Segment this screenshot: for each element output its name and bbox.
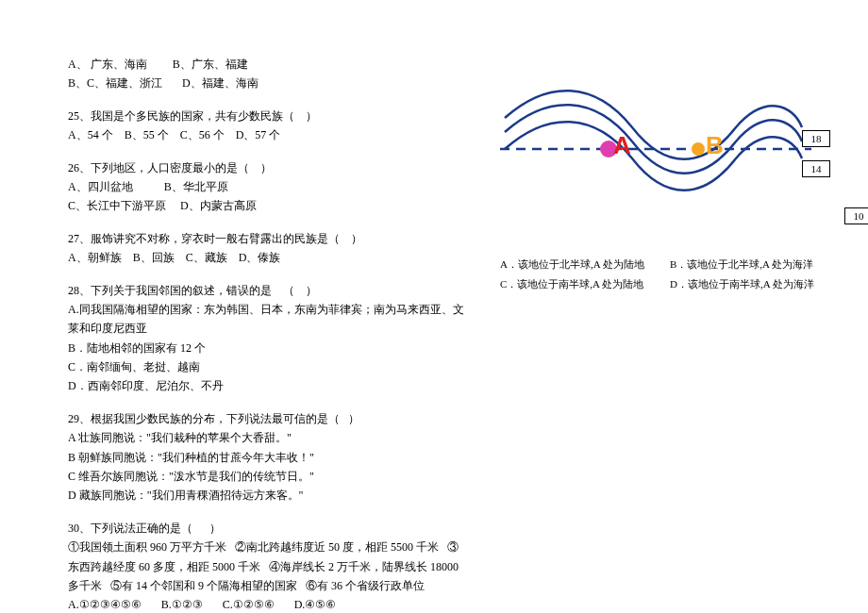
- question-38-options: A．该地位于北半球,A 处为陆地 B．该地位于北半球,A 处为海洋 C．该地位于…: [500, 255, 840, 294]
- options: A、朝鲜族 B、回族 C、藏族 D、傣族: [68, 248, 464, 267]
- stem: 25、我国是个多民族的国家，共有少数民族（ ）: [68, 107, 464, 125]
- text: A、 广东、海南 B、广东、福建: [68, 55, 464, 74]
- option-d: D．西南邻印度、尼泊尔、不丹: [68, 376, 464, 395]
- option-c: C．该地位于南半球,A 处为陆地: [500, 274, 670, 294]
- options: C、长江中下游平原 D、内蒙古高原: [68, 196, 464, 215]
- option-b: B．陆地相邻的国家有 12 个: [68, 339, 464, 357]
- stem: 27、服饰讲究不对称，穿衣时一般右臂露出的民族是（ ）: [68, 229, 464, 248]
- marker-a-label: A: [613, 131, 631, 159]
- option-a: A．该地位于北半球,A 处为陆地: [500, 255, 670, 274]
- question-28: 28、下列关于我国邻国的叙述，错误的是 （ ） A.同我国隔海相望的国家：东为韩…: [68, 281, 464, 396]
- stem: 30、下列说法正确的是（ ）: [68, 519, 464, 538]
- question-column: A、 广东、海南 B、广东、福建 B、C、福建、浙江 D、福建、海南 25、我国…: [68, 55, 464, 613]
- option-a: A.同我国隔海相望的国家：东为韩国、日本，东南为菲律宾；南为马来西亚、文莱和印度…: [68, 300, 464, 339]
- marker-b-label: B: [706, 131, 724, 159]
- prev-question-options: A、 广东、海南 B、广东、福建 B、C、福建、浙江 D、福建、海南: [68, 55, 464, 93]
- stem: 28、下列关于我国邻国的叙述，错误的是 （ ）: [68, 281, 464, 300]
- text: B、C、福建、浙江 D、福建、海南: [68, 74, 464, 92]
- options: A、54 个 B、55 个 C、56 个 D、57 个: [68, 125, 464, 144]
- isotherm-svg: A B: [500, 75, 811, 226]
- body: ①我国领土面积 960 万平方千米 ②南北跨越纬度近 50 度，相距 5500 …: [68, 538, 464, 595]
- option-b: B．该地位于北半球,A 处为海洋: [670, 255, 840, 274]
- isotherm-label-10: 10: [844, 207, 868, 224]
- option-a: A 壮族同胞说："我们栽种的苹果个大香甜。": [68, 428, 464, 447]
- question-29: 29、根据我国少数民族的分布，下列说法最可信的是（ ） A 壮族同胞说："我们栽…: [68, 409, 464, 505]
- isotherm-label-14: 14: [802, 160, 830, 177]
- isotherm-figure: A B 18 14 10 A．该地位于北半球,A 处为陆地 B．该地位于北半球,…: [500, 75, 840, 294]
- stem: 29、根据我国少数民族的分布，下列说法最可信的是（ ）: [68, 409, 464, 428]
- question-30: 30、下列说法正确的是（ ） ①我国领土面积 960 万平方千米 ②南北跨越纬度…: [68, 519, 464, 613]
- options: A.①②③④⑤⑥ B.①②③ C.①②⑤⑥ D.④⑤⑥: [68, 595, 464, 613]
- option-d: D．该地位于南半球,A 处为海洋: [670, 274, 840, 294]
- isotherm-label-18: 18: [802, 130, 830, 147]
- question-25: 25、我国是个多民族的国家，共有少数民族（ ） A、54 个 B、55 个 C、…: [68, 107, 464, 145]
- question-27: 27、服饰讲究不对称，穿衣时一般右臂露出的民族是（ ） A、朝鲜族 B、回族 C…: [68, 229, 464, 268]
- isotherm-line: [505, 105, 802, 174]
- option-d: D 藏族同胞说："我们用青稞酒招待远方来客。": [68, 486, 464, 505]
- option-b: B 朝鲜族同胞说："我们种植的甘蔗今年大丰收！": [68, 448, 464, 467]
- stem: 26、下列地区，人口密度最小的是（ ）: [68, 158, 464, 177]
- option-c: C．南邻缅甸、老挝、越南: [68, 357, 464, 376]
- marker-b-dot: [692, 142, 705, 156]
- question-26: 26、下列地区，人口密度最小的是（ ） A、四川盆地 B、华北平原 C、长江中下…: [68, 158, 464, 216]
- isotherm-line: [505, 122, 802, 191]
- options: A、四川盆地 B、华北平原: [68, 177, 464, 196]
- option-c: C 维吾尔族同胞说："泼水节是我们的传统节日。": [68, 467, 464, 486]
